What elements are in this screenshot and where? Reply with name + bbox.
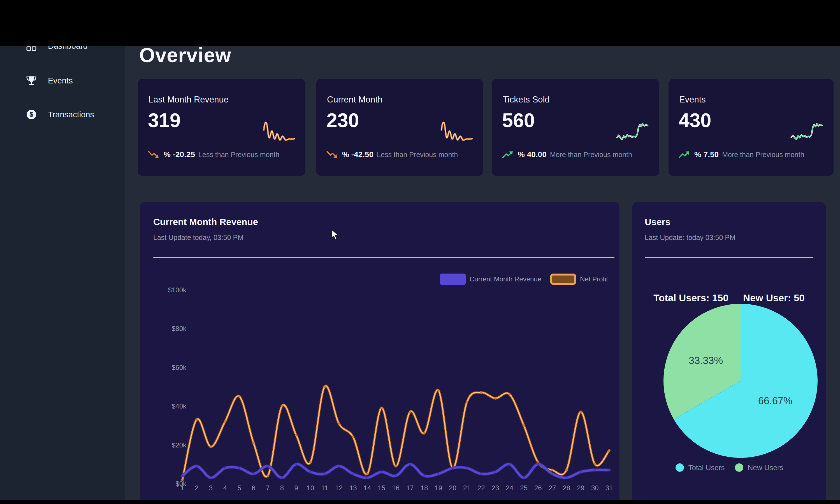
trophy-icon xyxy=(26,75,37,86)
stat-card-percent: % 40.00 xyxy=(518,150,547,159)
stat-card-last-month-revenue: Last Month Revenue 319 % -20.25 Less tha… xyxy=(138,79,305,176)
svg-text:26: 26 xyxy=(534,484,542,492)
svg-text:19: 19 xyxy=(435,484,442,492)
stat-card-percent: % 7.50 xyxy=(694,150,719,159)
stat-card-percent: % -20.25 xyxy=(164,150,195,159)
svg-text:5: 5 xyxy=(237,484,241,492)
svg-text:4: 4 xyxy=(223,484,227,492)
svg-text:$20k: $20k xyxy=(172,441,187,449)
svg-text:25: 25 xyxy=(520,484,528,492)
svg-text:6: 6 xyxy=(251,484,255,492)
trend-up-icon xyxy=(502,150,514,159)
svg-text:20: 20 xyxy=(449,484,456,492)
sidebar-item-transactions[interactable]: $ Transactions xyxy=(0,106,125,124)
sidebar-item-label: Events xyxy=(48,76,73,85)
svg-text:13: 13 xyxy=(349,484,357,492)
stat-card-current-month: Current Month 230 % -42.50 Less than Pre… xyxy=(316,79,483,176)
stat-card-note: More than Previous month xyxy=(550,151,632,159)
dollar-icon: $ xyxy=(26,109,37,120)
stat-card-note: More than Previous month xyxy=(722,151,804,159)
svg-text:33.33%: 33.33% xyxy=(689,355,723,366)
mouse-cursor-icon xyxy=(330,229,340,240)
svg-text:$100k: $100k xyxy=(168,286,187,294)
sidebar: Dashboard Events $ Transacti xyxy=(0,46,125,500)
svg-text:17: 17 xyxy=(406,484,414,492)
svg-text:1: 1 xyxy=(180,484,184,492)
svg-text:15: 15 xyxy=(378,484,385,492)
svg-text:$80k: $80k xyxy=(172,325,187,332)
pie-legend-label: Total Users xyxy=(688,463,724,472)
svg-text:12: 12 xyxy=(335,484,343,492)
top-black-bar xyxy=(0,0,840,46)
svg-text:3: 3 xyxy=(209,484,213,492)
svg-text:30: 30 xyxy=(591,484,599,492)
revenue-chart-panel: Current Month Revenue Last Update today,… xyxy=(140,202,619,504)
sidebar-item-label: Transactions xyxy=(48,110,94,119)
svg-text:$40k: $40k xyxy=(172,402,187,410)
new-users-dot-icon xyxy=(734,463,744,473)
stat-card-title: Current Month xyxy=(327,95,383,105)
svg-text:11: 11 xyxy=(321,484,328,492)
stat-card-events: Events 430 % 7.50 More than Previous mon… xyxy=(668,79,834,176)
stat-card-tickets-sold: Tickets Sold 560 % 40.00 More than Previ… xyxy=(492,79,659,176)
sparkline-down-icon xyxy=(439,118,476,149)
stat-card-note: Less than Previous month xyxy=(377,151,458,159)
sparkline-down-icon xyxy=(261,118,298,149)
svg-text:24: 24 xyxy=(506,484,513,492)
sidebar-item-events[interactable]: Events xyxy=(0,72,125,90)
pie-legend-item-new-users[interactable]: New Users xyxy=(734,463,783,473)
sparkline-up-icon xyxy=(615,118,652,149)
users-pie-chart: 66.67%33.33% xyxy=(632,202,826,500)
svg-text:2: 2 xyxy=(195,484,198,492)
svg-text:$: $ xyxy=(30,111,33,118)
users-panel: Users Last Update: today 03:50 PM Total … xyxy=(632,202,826,504)
stat-card-value: 230 xyxy=(327,109,359,131)
stat-card-value: 560 xyxy=(502,109,535,131)
svg-text:9: 9 xyxy=(294,484,298,492)
bottom-black-bar xyxy=(0,500,840,504)
page-title: Overview xyxy=(139,44,231,67)
stat-card-note: Less than Previous month xyxy=(198,151,279,159)
svg-text:21: 21 xyxy=(463,484,471,492)
total-users-dot-icon xyxy=(675,463,685,473)
svg-text:10: 10 xyxy=(307,484,314,492)
svg-text:28: 28 xyxy=(563,484,570,492)
svg-text:31: 31 xyxy=(606,484,613,492)
dashboard-page: Dashboard Events $ Transacti xyxy=(0,0,840,504)
stat-card-title: Events xyxy=(679,95,706,105)
stat-card-title: Tickets Sold xyxy=(503,95,550,105)
trend-down-icon xyxy=(327,150,339,159)
svg-text:29: 29 xyxy=(577,484,584,492)
svg-text:$60k: $60k xyxy=(172,364,187,371)
trend-down-icon xyxy=(148,150,160,159)
pie-legend: Total Users New Users xyxy=(632,463,826,473)
revenue-line-chart: $0k$20k$40k$60k$80k$100k1234567891011121… xyxy=(140,202,619,500)
svg-text:23: 23 xyxy=(492,484,499,492)
stat-card-title: Last Month Revenue xyxy=(148,95,229,105)
pie-legend-item-total-users[interactable]: Total Users xyxy=(675,463,724,473)
stat-card-value: 319 xyxy=(148,109,181,131)
sparkline-up-icon xyxy=(789,118,826,149)
stat-card-value: 430 xyxy=(679,109,712,131)
trend-up-icon xyxy=(679,150,691,159)
svg-text:27: 27 xyxy=(548,484,556,492)
stat-card-percent: % -42.50 xyxy=(342,150,373,159)
svg-text:18: 18 xyxy=(421,484,428,492)
svg-text:7: 7 xyxy=(266,484,269,492)
pie-legend-label: New Users xyxy=(748,463,783,472)
svg-text:66.67%: 66.67% xyxy=(758,395,792,407)
svg-text:8: 8 xyxy=(280,484,284,492)
svg-text:14: 14 xyxy=(364,484,371,492)
svg-text:16: 16 xyxy=(392,484,400,492)
svg-text:22: 22 xyxy=(477,484,485,492)
